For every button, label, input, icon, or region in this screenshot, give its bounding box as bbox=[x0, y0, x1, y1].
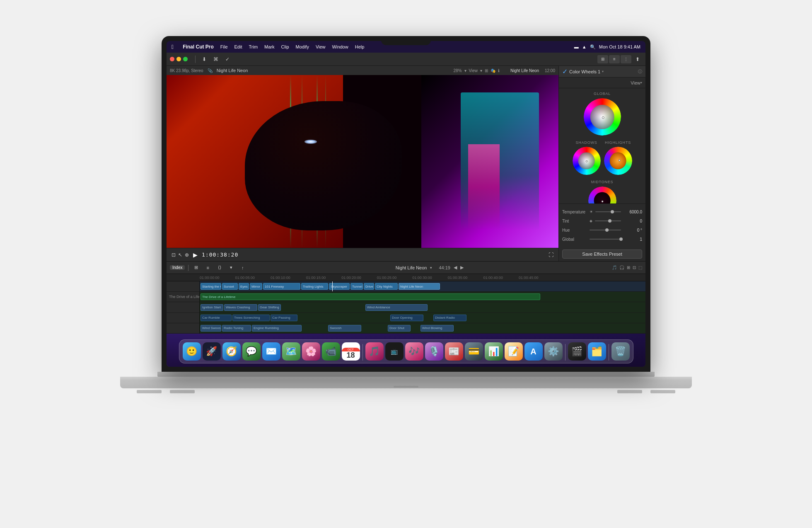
dock-wallet[interactable]: 💳 bbox=[465, 342, 483, 361]
color-view-dropdown[interactable]: ▾ bbox=[640, 81, 642, 85]
color-wheels-dropdown[interactable]: ▾ bbox=[602, 70, 604, 73]
midtones-color-wheel[interactable] bbox=[588, 186, 616, 203]
nav-prev[interactable]: ◀ bbox=[454, 265, 457, 270]
dock-itunes[interactable]: 🎶 bbox=[405, 342, 423, 361]
dock-facetime[interactable]: 📹 bbox=[322, 342, 340, 361]
dock-news[interactable]: 📰 bbox=[445, 342, 463, 361]
clip-door-opening[interactable]: Door Opening bbox=[390, 315, 423, 321]
wheel-dot-highlights[interactable] bbox=[618, 160, 620, 162]
clip-gear[interactable]: Gear Shifting bbox=[258, 304, 281, 311]
clip-swoosh[interactable]: Wind Swoosh bbox=[201, 325, 221, 332]
search-icon[interactable]: 🔍 bbox=[590, 44, 596, 50]
wheel-dot-midtones[interactable] bbox=[601, 200, 603, 202]
dock-finder[interactable]: 🙂 bbox=[183, 342, 201, 361]
viewer-view-btn[interactable]: View bbox=[469, 68, 478, 73]
clip-drive[interactable]: Drive bbox=[364, 283, 374, 290]
clip-skyscraper[interactable]: Skyscraper bbox=[329, 283, 350, 290]
dock-maps[interactable]: 🗺️ bbox=[282, 342, 300, 361]
check-icon[interactable]: ✓ bbox=[223, 55, 232, 64]
dock-numbers[interactable]: 📊 bbox=[485, 342, 503, 361]
global-slider[interactable] bbox=[590, 239, 621, 240]
view-menu[interactable]: View bbox=[312, 41, 329, 53]
zoom-dropdown[interactable]: ▾ bbox=[464, 68, 466, 73]
dock-settings[interactable]: ⚙️ bbox=[544, 342, 563, 361]
minimize-button[interactable] bbox=[176, 57, 181, 61]
dock-safari[interactable]: 🧭 bbox=[222, 342, 241, 361]
cursor-tool-icon[interactable]: ↖ bbox=[178, 252, 182, 258]
clip-ignition[interactable]: Ignition Start bbox=[201, 304, 223, 311]
save-effects-preset-button[interactable]: Save Effects Preset bbox=[562, 249, 642, 259]
global-color-wheel[interactable] bbox=[584, 98, 621, 136]
tl-right-icon3[interactable]: ⬚ bbox=[638, 265, 642, 270]
wheel-dot-global[interactable] bbox=[602, 116, 604, 119]
clip-door-shut[interactable]: Door Shut bbox=[388, 325, 411, 332]
dock-trash[interactable]: 🗑️ bbox=[611, 342, 630, 361]
hue-slider[interactable] bbox=[590, 230, 621, 230]
clip-radio-tuning[interactable]: Radio Tuning bbox=[222, 325, 251, 332]
tl-right-icon1[interactable]: ⊞ bbox=[627, 265, 630, 270]
clip-trailing[interactable]: Trailing Lights bbox=[301, 283, 328, 290]
dock-files[interactable]: 🗂️ bbox=[588, 342, 606, 361]
import-icon[interactable]: ⬇ bbox=[200, 55, 209, 64]
clip-rumble[interactable]: Car Rumble bbox=[201, 315, 232, 321]
tl-icon3[interactable]: ⟨⟩ bbox=[215, 263, 224, 272]
clip-wind[interactable]: Wind Ambiance bbox=[365, 304, 428, 311]
dock-messages[interactable]: 💬 bbox=[242, 342, 261, 361]
viewer-view-arrow[interactable]: ▾ bbox=[480, 68, 482, 73]
app-name-menu[interactable]: Final Cut Pro bbox=[179, 41, 217, 53]
shadows-color-wheel[interactable] bbox=[573, 147, 601, 175]
clip-menu[interactable]: Clip bbox=[278, 41, 292, 53]
clip-drive-of-lifetime[interactable]: The Drive of a Lifetime bbox=[201, 293, 540, 300]
tl-cursor-icon[interactable]: ↑ bbox=[238, 263, 247, 272]
headphones-icon[interactable]: 🎧 bbox=[619, 265, 624, 270]
dock-music[interactable]: 🎵 bbox=[365, 342, 384, 361]
window-menu[interactable]: Window bbox=[329, 41, 352, 53]
edit-menu[interactable]: Edit bbox=[231, 41, 246, 53]
temperature-slider[interactable] bbox=[595, 211, 621, 212]
apple-logo-icon[interactable]:  bbox=[172, 44, 174, 50]
clip-freeway[interactable]: 101 Freeway bbox=[263, 283, 300, 290]
trim-menu[interactable]: Trim bbox=[246, 41, 261, 53]
project-dropdown[interactable]: ▾ bbox=[430, 266, 432, 270]
file-menu[interactable]: File bbox=[217, 41, 231, 53]
color-panel-checkbox[interactable]: ✓ bbox=[562, 68, 568, 75]
fullscreen-button[interactable]: ⛶ bbox=[549, 252, 553, 258]
dock-podcasts[interactable]: 🎙️ bbox=[425, 342, 443, 361]
dock-notes[interactable]: 📝 bbox=[505, 342, 523, 361]
clip-tunnel[interactable]: Tunnel bbox=[350, 283, 363, 290]
clip-trees[interactable]: Trees Screeching bbox=[232, 315, 270, 321]
clip-distant-radio[interactable]: Distant Radio bbox=[433, 315, 466, 321]
clip-sunset[interactable]: Sunset bbox=[222, 283, 238, 290]
tiles-view-btn[interactable]: ⋮ bbox=[621, 55, 631, 63]
share-icon[interactable]: ⬆ bbox=[633, 55, 642, 64]
dock-appletv[interactable]: 📺 bbox=[385, 342, 404, 361]
dock-calendar[interactable]: OCT 18 bbox=[342, 342, 360, 361]
index-tool[interactable]: Index bbox=[170, 265, 185, 270]
color-view-btn[interactable]: View bbox=[631, 80, 640, 85]
clip-nightlife[interactable]: Night Life Neon bbox=[399, 283, 440, 290]
play-button[interactable]: ▶ bbox=[193, 252, 198, 258]
color-panel-info[interactable]: ⓘ bbox=[638, 69, 642, 75]
clip-waves[interactable]: Waves Crashing bbox=[224, 304, 257, 311]
mark-menu[interactable]: Mark bbox=[261, 41, 278, 53]
close-button[interactable] bbox=[170, 57, 174, 61]
dock-launchpad[interactable]: 🚀 bbox=[203, 342, 221, 361]
maximize-button[interactable] bbox=[183, 57, 188, 61]
tl-icon4[interactable]: ▾ bbox=[227, 263, 236, 272]
tl-right-icon2[interactable]: ⊡ bbox=[633, 265, 636, 270]
help-menu[interactable]: Help bbox=[352, 41, 368, 53]
dock-mail[interactable]: ✉️ bbox=[262, 342, 280, 361]
clip-eyes[interactable]: Eyes bbox=[239, 283, 249, 290]
dock-fcp[interactable]: 🎬 bbox=[568, 342, 586, 361]
keyword-icon[interactable]: ⌘ bbox=[211, 55, 220, 64]
clip-city[interactable]: City Nights bbox=[375, 283, 398, 290]
wheel-dot-shadows[interactable] bbox=[586, 160, 588, 162]
clip-mirror[interactable]: Mirror bbox=[250, 283, 262, 290]
clip-engine[interactable]: Engine Rumbling bbox=[252, 325, 302, 332]
modify-menu[interactable]: Modify bbox=[292, 41, 312, 53]
highlights-color-wheel[interactable] bbox=[604, 147, 632, 175]
dock-photos[interactable]: 🌸 bbox=[302, 342, 320, 361]
nav-next[interactable]: ▶ bbox=[460, 265, 464, 270]
clip-wind-blowing[interactable]: Wind Blowing bbox=[420, 325, 454, 332]
tint-slider[interactable] bbox=[595, 220, 621, 221]
